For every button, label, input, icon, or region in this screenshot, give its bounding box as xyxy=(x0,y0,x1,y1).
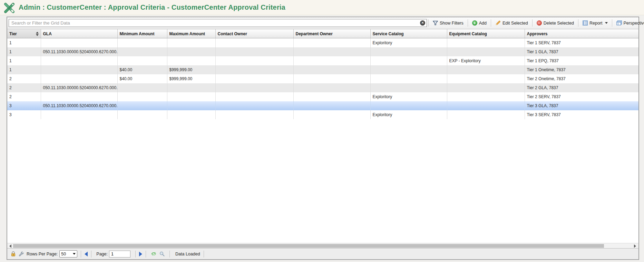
cell-maximum-amount[interactable]: $999,999.00 xyxy=(167,65,215,74)
cell-approvers[interactable]: Tier 2 SERV, 7837 xyxy=(525,92,638,101)
column-header-department-owner[interactable]: Department Owner xyxy=(293,29,370,38)
cell-department-owner[interactable] xyxy=(293,47,370,56)
search-magnifier-icon[interactable] xyxy=(159,251,165,256)
column-header-maximum-amount[interactable]: Maximum Amount xyxy=(167,29,215,38)
cell-minimum-amount[interactable] xyxy=(117,56,167,65)
scroll-left-icon[interactable] xyxy=(8,244,12,248)
table-row[interactable]: 3 Exploritory Tier 3 SERV, 7837 xyxy=(7,110,638,119)
wrench-icon[interactable] xyxy=(19,251,24,256)
scroll-right-icon[interactable] xyxy=(633,244,637,248)
cell-maximum-amount[interactable] xyxy=(167,47,215,56)
cell-minimum-amount[interactable]: $40.00 xyxy=(117,74,167,83)
cell-contact-owner[interactable] xyxy=(215,110,293,119)
scrollbar-thumb[interactable] xyxy=(13,244,604,248)
cell-gla[interactable] xyxy=(41,65,117,74)
clear-search-icon[interactable]: ✕ xyxy=(420,20,425,26)
cell-department-owner[interactable] xyxy=(293,83,370,92)
cell-maximum-amount[interactable] xyxy=(167,101,215,110)
cell-gla[interactable] xyxy=(41,92,117,101)
cell-approvers[interactable]: Tier 1 GLA, 7837 xyxy=(525,47,638,56)
cell-approvers[interactable]: Tier 3 GLA, 7837 xyxy=(525,101,638,110)
column-header-service-catalog[interactable]: Service Catalog xyxy=(370,29,447,38)
cell-service-catalog[interactable]: Exploritory xyxy=(370,110,447,119)
cell-service-catalog[interactable] xyxy=(370,74,447,83)
cell-gla[interactable]: 050.11.1030.00000.52040000.6270.000... xyxy=(41,101,117,110)
cell-department-owner[interactable] xyxy=(293,38,370,47)
cell-minimum-amount[interactable] xyxy=(117,110,167,119)
cell-approvers[interactable]: Tier 1 EPQ, 7837 xyxy=(525,56,638,65)
cell-maximum-amount[interactable] xyxy=(167,56,215,65)
table-row[interactable]: 2 050.11.1030.00000.52040000.6270.000...… xyxy=(7,83,638,92)
cell-service-catalog[interactable]: Exploritory xyxy=(370,38,447,47)
table-row[interactable]: 1 EXP - Exploritory Tier 1 EPQ, 7837 xyxy=(7,56,638,65)
cell-tier[interactable]: 1 xyxy=(7,38,41,47)
cell-department-owner[interactable] xyxy=(293,101,370,110)
cell-contact-owner[interactable] xyxy=(215,83,293,92)
cell-equipment-catalog[interactable] xyxy=(447,101,525,110)
cell-minimum-amount[interactable] xyxy=(117,101,167,110)
cell-maximum-amount[interactable] xyxy=(167,110,215,119)
cell-contact-owner[interactable] xyxy=(215,56,293,65)
refresh-icon[interactable] xyxy=(151,251,157,256)
add-button[interactable]: + Add xyxy=(469,19,489,28)
cell-equipment-catalog[interactable] xyxy=(447,110,525,119)
cell-contact-owner[interactable] xyxy=(215,92,293,101)
column-header-gla[interactable]: GLA xyxy=(41,29,117,38)
cell-maximum-amount[interactable]: $999,999.00 xyxy=(167,74,215,83)
table-row[interactable]: 2 $40.00 $999,999.00 Tier 2 Onetime, 783… xyxy=(7,74,638,83)
column-header-contact-owner[interactable]: Contact Owner xyxy=(215,29,293,38)
cell-tier[interactable]: 3 xyxy=(7,101,41,110)
cell-service-catalog[interactable] xyxy=(370,101,447,110)
cell-service-catalog[interactable] xyxy=(370,65,447,74)
cell-service-catalog[interactable] xyxy=(370,56,447,65)
cell-approvers[interactable]: Tier 1 Onetime, 7837 xyxy=(525,65,638,74)
cell-equipment-catalog[interactable] xyxy=(447,83,525,92)
perspectives-button[interactable]: Perspectives xyxy=(614,19,644,28)
cell-minimum-amount[interactable] xyxy=(117,83,167,92)
cell-tier[interactable]: 2 xyxy=(7,83,41,92)
cell-equipment-catalog[interactable] xyxy=(447,92,525,101)
next-page-button[interactable] xyxy=(139,252,142,256)
page-number-input[interactable] xyxy=(109,251,130,258)
cell-service-catalog[interactable] xyxy=(370,47,447,56)
cell-tier[interactable]: 1 xyxy=(7,47,41,56)
cell-maximum-amount[interactable] xyxy=(167,83,215,92)
table-row[interactable]: 3 050.11.1030.00000.52040000.6270.000...… xyxy=(7,101,638,110)
cell-maximum-amount[interactable] xyxy=(167,92,215,101)
cell-contact-owner[interactable] xyxy=(215,47,293,56)
cell-approvers[interactable]: Tier 3 SERV, 7837 xyxy=(525,110,638,119)
cell-gla[interactable] xyxy=(41,56,117,65)
edit-selected-button[interactable]: Edit Selected xyxy=(492,19,531,28)
cell-tier[interactable]: 2 xyxy=(7,74,41,83)
cell-minimum-amount[interactable] xyxy=(117,38,167,47)
search-input[interactable] xyxy=(9,19,427,27)
cell-minimum-amount[interactable] xyxy=(117,92,167,101)
column-header-tier[interactable]: Tier xyxy=(7,29,41,38)
cell-maximum-amount[interactable] xyxy=(167,38,215,47)
table-row[interactable]: 1 $40.00 $999,999.00 Tier 1 Onetime, 783… xyxy=(7,65,638,74)
cell-approvers[interactable]: Tier 2 Onetime, 7837 xyxy=(525,74,638,83)
cell-tier[interactable]: 1 xyxy=(7,65,41,74)
cell-service-catalog[interactable]: Exploritory xyxy=(370,92,447,101)
rows-per-page-select[interactable]: 50 xyxy=(59,250,77,258)
table-row[interactable]: 1 050.11.1030.00000.52040000.6270.000...… xyxy=(7,47,638,56)
cell-approvers[interactable]: Tier 2 GLA, 7837 xyxy=(525,83,638,92)
cell-gla[interactable]: 050.11.1030.00000.52040000.6270.000... xyxy=(41,47,117,56)
delete-selected-button[interactable]: – Delete Selected xyxy=(534,19,577,28)
column-header-equipment-catalog[interactable]: Equipment Catalog xyxy=(447,29,525,38)
report-button[interactable]: Report xyxy=(580,19,611,28)
previous-page-button[interactable] xyxy=(85,252,88,256)
table-row[interactable]: 2 Exploritory Tier 2 SERV, 7837 xyxy=(7,92,638,101)
cell-tier[interactable]: 3 xyxy=(7,110,41,119)
cell-minimum-amount[interactable] xyxy=(117,47,167,56)
cell-equipment-catalog[interactable] xyxy=(447,74,525,83)
cell-gla[interactable] xyxy=(41,38,117,47)
cell-contact-owner[interactable] xyxy=(215,101,293,110)
cell-department-owner[interactable] xyxy=(293,65,370,74)
column-header-minimum-amount[interactable]: Minimum Amount xyxy=(117,29,167,38)
cell-gla[interactable]: 050.11.1030.00000.52040000.6270.000... xyxy=(41,83,117,92)
cell-contact-owner[interactable] xyxy=(215,65,293,74)
cell-approvers[interactable]: Tier 1 SERV, 7837 xyxy=(525,38,638,47)
cell-gla[interactable] xyxy=(41,110,117,119)
cell-minimum-amount[interactable]: $40.00 xyxy=(117,65,167,74)
